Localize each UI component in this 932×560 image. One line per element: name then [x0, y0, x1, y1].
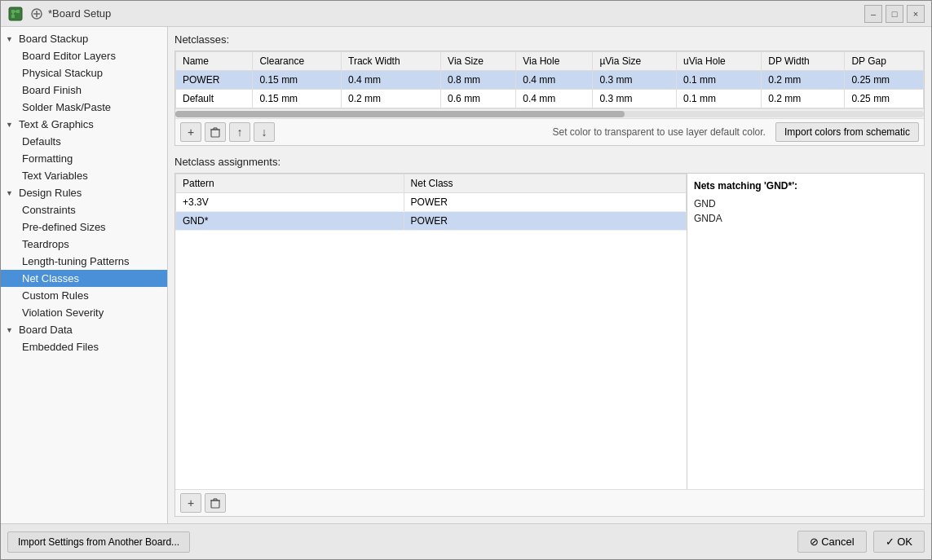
- window-title: *Board Setup: [48, 7, 111, 20]
- table-cell: 0.15 mm: [253, 90, 342, 108]
- titlebar-controls: – □ ×: [864, 5, 925, 23]
- netclasses-add-button[interactable]: +: [180, 122, 201, 142]
- assign-col-net-class: Net Class: [404, 174, 686, 193]
- assignments-table-area: Pattern Net Class +3.3VPOWERGND*POWER: [175, 174, 687, 489]
- sidebar-group-header-text-graphics[interactable]: ▼ Text & Graphics: [1, 116, 167, 133]
- chevron-down-icon-4: ▼: [6, 326, 15, 334]
- col-dp-gap: DP Gap: [845, 52, 924, 71]
- minimize-button[interactable]: –: [864, 5, 882, 23]
- svg-rect-3: [11, 15, 15, 18]
- netclasses-move-down-button[interactable]: ↓: [254, 122, 275, 142]
- sidebar-item-physical-stackup[interactable]: Physical Stackup: [1, 64, 167, 82]
- nets-list: GNDGNDA: [694, 196, 917, 226]
- table-cell: 0.2 mm: [762, 71, 845, 90]
- col-via-size: Via Size: [441, 52, 516, 71]
- sidebar: ▼ Board Stackup Board Editor Layers Phys…: [1, 27, 168, 523]
- table-row[interactable]: POWER0.15 mm0.4 mm0.8 mm0.4 mm0.3 mm0.1 …: [176, 71, 924, 90]
- cancel-button[interactable]: ⊘ Cancel: [797, 531, 867, 553]
- sidebar-item-text-variables[interactable]: Text Variables: [1, 167, 167, 184]
- svg-rect-0: [9, 7, 22, 20]
- assignments-title: Netclass assignments:: [174, 156, 925, 168]
- netclasses-table: Name Clearance Track Width Via Size Via …: [175, 51, 924, 108]
- maximize-button[interactable]: □: [886, 5, 903, 23]
- table-cell: 0.4 mm: [516, 90, 593, 108]
- table-cell: 0.15 mm: [253, 71, 342, 90]
- trash-icon-2: [210, 497, 221, 509]
- main-content: ▼ Board Stackup Board Editor Layers Phys…: [1, 27, 931, 523]
- table-row[interactable]: +3.3VPOWER: [176, 193, 687, 212]
- sidebar-item-embedded-files[interactable]: Embedded Files: [1, 338, 167, 355]
- col-name: Name: [176, 52, 253, 71]
- matching-nets-title: Nets matching 'GND*':: [694, 180, 917, 192]
- sidebar-group-label-text-graphics: Text & Graphics: [19, 118, 94, 130]
- netclasses-move-up-button[interactable]: ↑: [229, 122, 250, 142]
- sidebar-item-board-finish[interactable]: Board Finish: [1, 82, 167, 99]
- assignments-cell: POWER: [404, 212, 686, 231]
- sidebar-item-board-editor-layers[interactable]: Board Editor Layers: [1, 47, 167, 64]
- sidebar-item-net-classes[interactable]: Net Classes: [1, 270, 167, 287]
- board-setup-window: *Board Setup – □ × ▼ Board Stackup Board…: [0, 0, 932, 560]
- footer: Import Settings from Another Board... ⊘ …: [1, 523, 931, 559]
- sidebar-group-board-stackup: ▼ Board Stackup Board Editor Layers Phys…: [1, 30, 167, 116]
- sidebar-group-design-rules: ▼ Design Rules Constraints Pre-defined S…: [1, 184, 167, 321]
- sidebar-group-header-board-stackup[interactable]: ▼ Board Stackup: [1, 30, 167, 47]
- table-cell: 0.6 mm: [441, 90, 516, 108]
- ok-button[interactable]: ✓ OK: [873, 531, 925, 553]
- table-cell: 0.2 mm: [342, 90, 441, 108]
- assignments-delete-button[interactable]: [205, 493, 226, 513]
- assignments-add-button[interactable]: +: [180, 493, 201, 513]
- sidebar-group-text-graphics: ▼ Text & Graphics Defaults Formatting Te…: [1, 116, 167, 184]
- table-cell: 0.1 mm: [676, 71, 761, 90]
- sidebar-item-constraints[interactable]: Constraints: [1, 201, 167, 218]
- pin-icon: [30, 7, 43, 20]
- chevron-down-icon-2: ▼: [6, 121, 15, 129]
- table-row[interactable]: GND*POWER: [176, 212, 687, 231]
- table-cell: 0.8 mm: [441, 71, 516, 90]
- list-item: GND: [694, 196, 917, 211]
- titlebar-left: *Board Setup: [7, 6, 111, 22]
- footer-left: Import Settings from Another Board...: [7, 531, 190, 553]
- table-cell: 0.3 mm: [593, 71, 677, 90]
- sidebar-item-custom-rules[interactable]: Custom Rules: [1, 287, 167, 304]
- table-cell: 0.1 mm: [676, 90, 761, 108]
- netclasses-title: Netclasses:: [174, 33, 925, 46]
- col-via-hole: Via Hole: [516, 52, 593, 71]
- col-uvia-hole: uVia Hole: [676, 52, 761, 71]
- netclasses-scrollbar[interactable]: [175, 108, 924, 118]
- sidebar-item-formatting[interactable]: Formatting: [1, 150, 167, 167]
- sidebar-group-header-board-data[interactable]: ▼ Board Data: [1, 321, 167, 338]
- table-cell: Default: [176, 90, 253, 108]
- close-button[interactable]: ×: [907, 5, 925, 23]
- assignments-toolbar: +: [175, 489, 924, 516]
- color-hint-text: Set color to transparent to use layer de…: [278, 126, 772, 138]
- col-clearance: Clearance: [253, 52, 342, 71]
- assignments-cell: GND*: [176, 212, 404, 231]
- table-row[interactable]: Default0.15 mm0.2 mm0.6 mm0.4 mm0.3 mm0.…: [176, 90, 924, 108]
- col-uvia-size: µVia Size: [593, 52, 677, 71]
- table-cell: 0.25 mm: [845, 71, 924, 90]
- assignments-section: Pattern Net Class +3.3VPOWERGND*POWER Ne…: [174, 173, 925, 517]
- trash-icon: [210, 126, 221, 138]
- netclasses-delete-button[interactable]: [205, 122, 226, 142]
- matching-nets-panel: Nets matching 'GND*': GNDGNDA: [687, 174, 924, 489]
- netclasses-table-wrapper: Name Clearance Track Width Via Size Via …: [175, 51, 924, 108]
- sidebar-item-length-tuning-patterns[interactable]: Length-tuning Patterns: [1, 253, 167, 270]
- sidebar-item-teardrops[interactable]: Teardrops: [1, 236, 167, 253]
- import-colors-button[interactable]: Import colors from schematic: [775, 122, 919, 142]
- chevron-down-icon-3: ▼: [6, 189, 15, 197]
- import-settings-button[interactable]: Import Settings from Another Board...: [7, 531, 190, 553]
- sidebar-item-violation-severity[interactable]: Violation Severity: [1, 304, 167, 321]
- chevron-down-icon: ▼: [6, 35, 15, 43]
- assignments-cell: +3.3V: [176, 193, 404, 212]
- assignments-table: Pattern Net Class +3.3VPOWERGND*POWER: [175, 174, 687, 231]
- sidebar-group-header-design-rules[interactable]: ▼ Design Rules: [1, 184, 167, 201]
- col-track-width: Track Width: [342, 52, 441, 71]
- col-dp-width: DP Width: [762, 52, 845, 71]
- assignments-cell: POWER: [404, 193, 686, 212]
- netclasses-toolbar: + ↑ ↓ Set color to transparent to use la…: [175, 118, 924, 145]
- sidebar-item-pre-defined-sizes[interactable]: Pre-defined Sizes: [1, 218, 167, 236]
- right-panel: Netclasses: Name Clearance Track Width V…: [168, 27, 931, 523]
- table-cell: 0.2 mm: [762, 90, 845, 108]
- sidebar-item-defaults[interactable]: Defaults: [1, 133, 167, 150]
- sidebar-item-solder-mask-paste[interactable]: Solder Mask/Paste: [1, 99, 167, 116]
